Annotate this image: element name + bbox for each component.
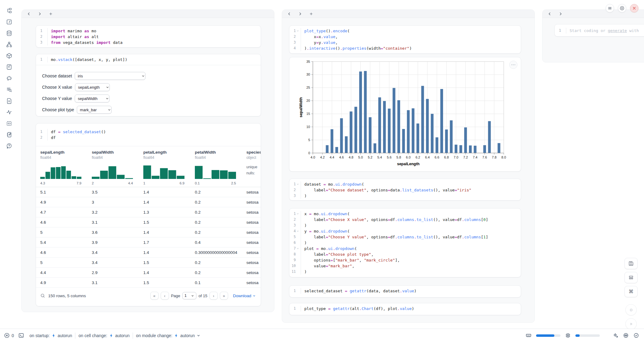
code-cell-selected-dataset[interactable]: 1selected_dataset = getattr(data, datase… xyxy=(289,285,521,297)
bar[interactable] xyxy=(407,110,410,153)
gear-icon[interactable] xyxy=(618,4,626,12)
bar[interactable] xyxy=(354,107,357,153)
code-cell-plot-encode[interactable]: 1plot_type().encode(2 x=x.value,3 y=y.va… xyxy=(289,25,521,54)
chevron-right-icon[interactable] xyxy=(557,11,564,17)
code-cell-plot-type[interactable]: 1plot_type = getattr(alt.Chart(df), plot… xyxy=(289,303,521,315)
database-icon[interactable] xyxy=(6,30,13,37)
table-column-header[interactable]: petalLengthfloat6416.9 xyxy=(143,150,195,184)
layout-icon[interactable] xyxy=(624,272,638,283)
chevron-left-icon[interactable] xyxy=(286,11,292,17)
functions-icon[interactable]: f xyxy=(6,19,13,25)
bar[interactable] xyxy=(464,127,467,153)
table-column-header[interactable]: petalWidthfloat640.12.5 xyxy=(195,150,246,184)
code-line[interactable]: 1x = mo.ui.dropdown( xyxy=(289,211,521,217)
dropdown-select[interactable]: sepalWidth xyxy=(75,94,109,102)
code-line[interactable]: 2df xyxy=(36,135,261,141)
bar[interactable] xyxy=(393,88,395,153)
bar[interactable] xyxy=(340,118,343,153)
bar[interactable] xyxy=(397,100,400,153)
bar[interactable] xyxy=(412,108,414,153)
stop-icon[interactable] xyxy=(625,304,637,315)
close-icon[interactable] xyxy=(630,4,639,12)
dropdown-select[interactable]: iris xyxy=(75,72,145,80)
code-line[interactable]: 4).interactive().properties(width="conta… xyxy=(289,45,521,51)
run-icon[interactable] xyxy=(625,318,637,330)
copilot-icon[interactable] xyxy=(623,333,629,338)
terminal-icon[interactable] xyxy=(18,333,24,338)
code-cell-imports[interactable]: 1import marimo as mo2import altair as al… xyxy=(36,25,261,48)
bar[interactable] xyxy=(460,145,462,153)
packages-icon[interactable] xyxy=(6,52,13,59)
fold-chevron-icon[interactable] xyxy=(296,183,299,186)
code-line[interactable]: 3) xyxy=(289,223,521,228)
table-row[interactable]: 4.73.21.30.2setosa xyxy=(36,207,261,217)
bar[interactable] xyxy=(383,101,386,153)
code-cell-xy-plot-dropdowns[interactable]: 1x = mo.ui.dropdown(2 label="Choose X va… xyxy=(289,208,521,277)
chevron-left-icon[interactable] xyxy=(25,11,32,17)
help-icon[interactable] xyxy=(6,143,13,149)
bar[interactable] xyxy=(440,89,443,153)
bar[interactable] xyxy=(374,143,376,153)
chevron-right-icon[interactable] xyxy=(297,11,303,17)
scratchpad-icon[interactable] xyxy=(6,131,13,138)
code-line[interactable]: 11) xyxy=(289,269,521,275)
bar[interactable] xyxy=(431,114,434,153)
connection-check-icon[interactable] xyxy=(633,333,639,338)
bar[interactable] xyxy=(345,136,348,153)
code-line[interactable]: 1Start coding or generate with xyxy=(555,28,644,34)
fold-chevron-icon[interactable] xyxy=(296,30,299,32)
page-select[interactable]: 1 xyxy=(182,292,196,299)
table-row[interactable]: 4.93.11.50.1setosa xyxy=(36,278,261,288)
logs-icon[interactable] xyxy=(6,86,13,93)
search-icon[interactable] xyxy=(40,293,45,298)
code-line[interactable]: 3from vega_datasets import data xyxy=(36,40,261,45)
prev-page-button[interactable]: ‹ xyxy=(161,292,169,300)
last-page-button[interactable]: » xyxy=(220,292,228,300)
bar[interactable] xyxy=(369,117,371,153)
code-line[interactable]: 1selected_dataset = getattr(data, datase… xyxy=(289,288,521,294)
dependency-graph-icon[interactable] xyxy=(6,41,13,48)
bar[interactable] xyxy=(388,109,391,153)
error-indicator[interactable]: 0 xyxy=(4,333,14,338)
file-tree-icon[interactable] xyxy=(6,7,13,14)
bar-chart[interactable]: 4.04.24.44.64.85.05.25.45.65.86.06.26.46… xyxy=(289,57,519,170)
chart-menu-icon[interactable] xyxy=(509,61,517,69)
code-line[interactable]: 2 label="Choose dataset", options=data.l… xyxy=(289,187,521,193)
bar[interactable] xyxy=(469,145,472,153)
code-line[interactable]: 2 x=x.value, xyxy=(289,34,521,40)
autorun-item[interactable]: on module change:autorun xyxy=(136,333,200,338)
scroll-icon[interactable] xyxy=(6,64,13,70)
code-line[interactable]: 8 label="Choose plot type", xyxy=(289,251,521,257)
table-row[interactable]: 53.61.40.2setosa xyxy=(36,227,261,237)
add-cell-icon[interactable] xyxy=(308,11,314,17)
download-button[interactable]: Download xyxy=(233,294,256,298)
autorun-item[interactable]: on cell change:autorun xyxy=(78,333,130,338)
document-icon[interactable] xyxy=(6,98,13,104)
command-icon[interactable]: ⌘ xyxy=(624,286,638,297)
bar[interactable] xyxy=(498,143,500,153)
bar[interactable] xyxy=(378,97,381,153)
empty-code-cell[interactable]: 1Start coding or generate with xyxy=(554,24,644,37)
dropdown-select[interactable]: sepalLength xyxy=(75,83,110,91)
table-row[interactable]: 5.13.51.40.2setosa xyxy=(36,187,261,197)
tracing-icon[interactable] xyxy=(6,109,13,116)
code-cell-dataset-dropdown[interactable]: 1dataset = mo.ui.dropdown(2 label="Choos… xyxy=(289,179,521,201)
table-column-header[interactable]: sepalWidthfloat6424.4 xyxy=(92,150,143,184)
code-line[interactable]: 4y = mo.ui.dropdown( xyxy=(289,228,521,234)
save-icon[interactable] xyxy=(624,258,638,269)
fold-chevron-icon[interactable] xyxy=(296,212,299,215)
bar[interactable] xyxy=(421,86,424,153)
bar[interactable] xyxy=(488,121,491,153)
bar[interactable] xyxy=(450,120,453,153)
code-line[interactable]: 10 value="mark_bar", xyxy=(289,263,521,269)
code-line[interactable]: 2import altair as alt xyxy=(36,34,261,40)
bar[interactable] xyxy=(359,72,362,153)
snippets-icon[interactable] xyxy=(6,120,13,127)
code-line[interactable]: 6) xyxy=(289,240,521,246)
code-line[interactable]: 2 label="Choose X value", options=df.col… xyxy=(289,217,521,223)
code-line[interactable]: 1dataset = mo.ui.dropdown( xyxy=(289,181,521,187)
code-line[interactable]: 3) xyxy=(289,193,521,199)
add-cell-icon[interactable] xyxy=(47,11,54,17)
code-line[interactable]: 1plot_type = getattr(alt.Chart(df), plot… xyxy=(289,306,521,312)
bar[interactable] xyxy=(335,147,338,153)
